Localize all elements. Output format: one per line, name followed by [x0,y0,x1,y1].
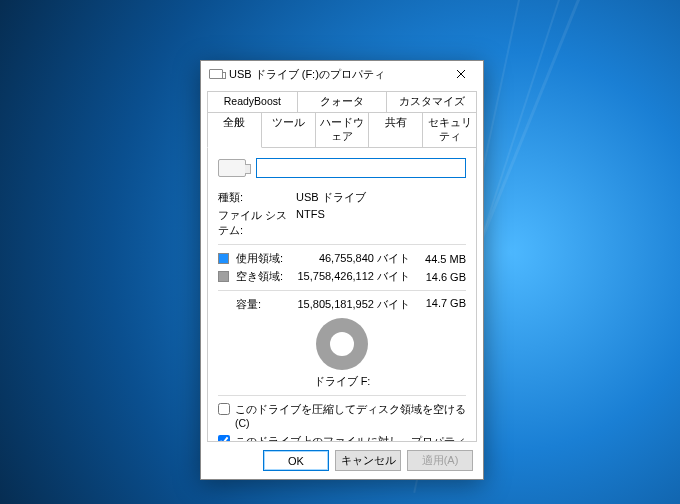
used-swatch [218,253,229,264]
tab-hardware[interactable]: ハードウェア [315,112,370,148]
drive-icon [209,69,223,79]
cancel-button[interactable]: キャンセル [335,450,401,471]
tab-customize[interactable]: カスタマイズ [386,91,477,112]
index-checkbox-row[interactable]: このドライブ上のファイルに対し、プロパティだけでなくコンテンツにもインデックスを… [218,434,466,442]
used-bytes: 46,755,840 バイト [296,251,420,266]
tab-tools[interactable]: ツール [261,112,316,148]
divider [218,290,466,291]
used-label: 使用領域: [236,251,296,266]
used-human: 44.5 MB [420,253,466,265]
compress-checkbox[interactable] [218,403,230,415]
compress-checkbox-row[interactable]: このドライブを圧縮してディスク領域を空ける(C) [218,402,466,430]
index-label: このドライブ上のファイルに対し、プロパティだけでなくコンテンツにもインデックスを… [235,434,466,442]
tab-general[interactable]: 全般 [207,112,262,148]
desktop-background: USB ドライブ (F:)のプロパティ ReadyBoost クォータ カスタマ… [0,0,680,504]
titlebar[interactable]: USB ドライブ (F:)のプロパティ [201,61,483,87]
properties-dialog: USB ドライブ (F:)のプロパティ ReadyBoost クォータ カスタマ… [200,60,484,480]
compress-label: このドライブを圧縮してディスク領域を空ける(C) [235,402,466,430]
drive-letter-label: ドライブ F: [218,374,466,389]
filesystem-value: NTFS [296,208,325,238]
free-human: 14.6 GB [420,271,466,283]
filesystem-label: ファイル システム: [218,208,296,238]
divider [218,244,466,245]
tab-readyboost[interactable]: ReadyBoost [207,91,298,112]
ok-button[interactable]: OK [263,450,329,471]
capacity-label: 容量: [236,297,296,312]
free-swatch [218,271,229,282]
type-value: USB ドライブ [296,190,366,205]
free-bytes: 15,758,426,112 バイト [296,269,420,284]
free-label: 空き領域: [236,269,296,284]
dialog-buttons: OK キャンセル 適用(A) [201,442,483,479]
tab-sharing[interactable]: 共有 [368,112,423,148]
capacity-bytes: 15,805,181,952 バイト [296,297,420,312]
close-button[interactable] [441,61,481,87]
volume-label-input[interactable] [256,158,466,178]
capacity-human: 14.7 GB [420,297,466,312]
window-title: USB ドライブ (F:)のプロパティ [229,67,441,82]
tabs: ReadyBoost クォータ カスタマイズ 全般 ツール ハードウェア 共有 … [201,87,483,148]
type-label: 種類: [218,190,296,205]
tab-security[interactable]: セキュリティ [422,112,477,148]
usage-pie-chart [316,318,368,370]
tab-quota[interactable]: クォータ [297,91,388,112]
index-checkbox[interactable] [218,435,230,442]
apply-button[interactable]: 適用(A) [407,450,473,471]
drive-large-icon [218,159,246,177]
general-panel: 種類:USB ドライブ ファイル システム:NTFS 使用領域: 46,755,… [207,148,477,442]
divider [218,395,466,396]
